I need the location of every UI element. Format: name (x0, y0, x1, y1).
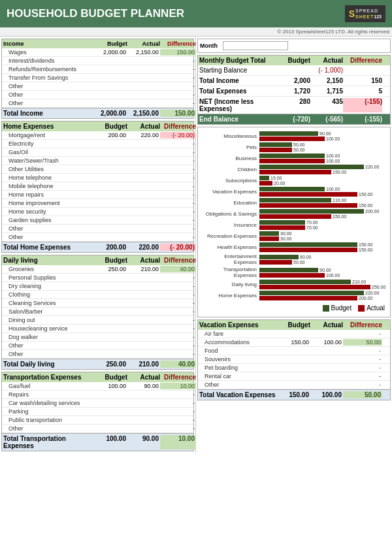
bar-budget (259, 209, 364, 214)
row-actual (127, 91, 160, 98)
income-col-actual: Actual (127, 40, 160, 47)
table-row: Pet boarding - (198, 364, 390, 372)
bar-actual-val: 30.00 (280, 236, 292, 241)
chart-label: Home Expenses (201, 293, 259, 299)
chart-bars: 15.0020.00 (259, 176, 387, 186)
chart-label: Subscriptions (201, 178, 259, 184)
table-row: Other - (2, 350, 193, 359)
row-actual: 2,150.00 (127, 49, 160, 56)
bar-budget-val: 100.00 (326, 187, 340, 191)
income-section: Income Budget Actual Difference Wages 2,… (1, 39, 194, 119)
row-actual (127, 400, 160, 406)
row-actual (127, 425, 160, 432)
row-budget (95, 83, 127, 89)
chart-label: Recreation Expenses (201, 233, 259, 239)
mbt-expenses: Total Expenses 1,720 1,715 5 (198, 86, 390, 97)
chart-row: Health Expenses150.00150.00 (201, 242, 387, 252)
bar-actual-val: 200.00 (359, 296, 372, 300)
bar-actual (259, 273, 325, 278)
chart-row: Entertainment Expenses60.0050.00 (201, 253, 387, 265)
bar-actual (259, 159, 325, 163)
table-row: Other Utilities - (2, 165, 193, 174)
row-budget (95, 342, 127, 349)
row-budget (95, 157, 127, 164)
transport-rows: Gas/fuel 100.00 90.00 10.00 Repairs - Ca… (2, 382, 193, 433)
month-input[interactable] (223, 41, 288, 50)
row-budget (95, 166, 127, 172)
row-label: Interest/dividends (3, 57, 95, 64)
row-label: Groceries (3, 266, 95, 272)
mbt-income: Total Income 2,000 2,150 150 (198, 76, 390, 86)
row-label: Other Utilities (3, 166, 95, 172)
bar-actual (259, 137, 325, 141)
row-budget (95, 425, 127, 432)
row-budget (95, 308, 127, 315)
bar-budget-val: 70.00 (306, 220, 318, 225)
table-row: Home security - (2, 208, 193, 216)
row-diff: - (160, 400, 196, 406)
home-section: Home Expenses Budget Actual Difference M… (1, 121, 194, 253)
row-budget (95, 57, 127, 64)
row-diff: 40.00 (160, 266, 196, 272)
chart-row: Home Expenses220.00200.00 (201, 291, 387, 300)
bar-actual-val: 50.00 (293, 148, 305, 152)
bar-budget (259, 242, 357, 247)
row-budget: 250.00 (95, 266, 127, 272)
row-actual (127, 300, 160, 306)
row-actual (310, 381, 343, 388)
bar-budget (259, 198, 331, 202)
row-label: Other (199, 381, 278, 388)
row-label: Other (3, 91, 95, 98)
row-label: Clothing (3, 291, 95, 298)
row-diff: - (160, 191, 196, 198)
row-diff: - (343, 373, 382, 380)
chart-label: Insurance (201, 222, 259, 228)
row-label: Gas/Oil (3, 149, 95, 155)
table-row: Dining out - (2, 316, 193, 325)
row-budget (95, 225, 127, 232)
row-actual (127, 200, 160, 206)
bar-budget (259, 220, 305, 225)
bar-actual-val: 150.00 (359, 248, 372, 252)
row-budget (95, 174, 127, 181)
daily-section: Daily living Budget Actual Difference Gr… (1, 255, 194, 370)
row-label: Home improvement (3, 200, 95, 206)
bar-budget (259, 176, 269, 180)
logo-spread: SPREAD (355, 8, 378, 14)
vac-header: Vacation Expenses Budget Actual Differen… (198, 320, 390, 330)
bar-actual-val: 150.00 (333, 170, 346, 174)
row-budget (95, 200, 127, 206)
row-budget (95, 291, 127, 298)
bar-actual (259, 236, 279, 241)
vacation-section: Vacation Expenses Budget Actual Differen… (197, 319, 391, 400)
row-label: Other (3, 425, 95, 432)
chart-bars: 30.0030.00 (259, 231, 387, 241)
table-row: Home improvement - (2, 199, 193, 208)
row-actual (127, 166, 160, 172)
table-row: Air fare - (198, 330, 390, 338)
row-label: Accommodations (199, 339, 278, 346)
bar-budget (259, 165, 364, 169)
chart-row: Transportation Expenses90.00100.00 (201, 267, 387, 278)
row-diff: - (343, 381, 382, 388)
header: HOUSEHOLD BUDGET PLANNER S SPREAD SHEET … (0, 0, 392, 27)
row-label: Rental car (199, 373, 278, 380)
chart-bars: 60.0050.00 (259, 255, 387, 265)
table-row: Clothing - (2, 291, 193, 299)
table-row: Public transportation - (2, 416, 193, 425)
bar-actual-val: 100.00 (326, 159, 340, 163)
bar-budget (259, 131, 318, 136)
chart-label: Vacation Expenses (201, 189, 259, 195)
row-diff: - (160, 391, 196, 398)
row-label: Wages (3, 49, 95, 56)
row-actual (310, 348, 343, 354)
legend-budget: Budget (323, 304, 352, 312)
table-row: Other - (2, 233, 193, 242)
table-row: Mobile telephone - (2, 182, 193, 191)
table-row: Wages 2,000.00 2,150.00 150.00 (2, 48, 193, 57)
chart-label: Entertainment Expenses (201, 253, 259, 265)
home-total: Total Home Expenses 200.00 220.00 (- 20.… (2, 242, 193, 252)
bar-budget-val: 200.00 (365, 209, 379, 214)
row-diff: - (160, 234, 196, 240)
row-actual (127, 57, 160, 64)
